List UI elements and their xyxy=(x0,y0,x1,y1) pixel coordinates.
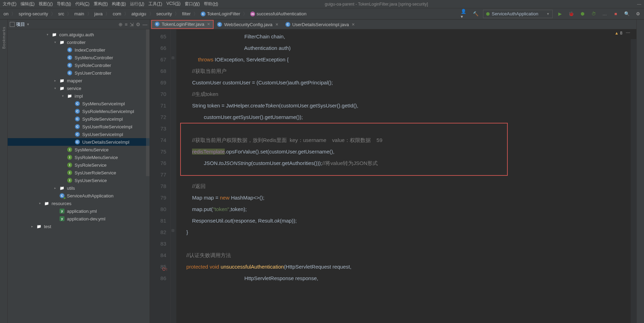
tree-node[interactable]: ISysMenuService xyxy=(8,146,150,153)
user-icon[interactable]: 👤▾ xyxy=(461,10,468,18)
tree-node[interactable]: CSysRoleController xyxy=(8,61,150,69)
breadcrumb-seg[interactable]: on xyxy=(2,10,10,17)
breadcrumb-seg[interactable]: filter xyxy=(181,10,192,17)
select-opened-icon[interactable]: ⊕ xyxy=(118,22,123,27)
tree-node[interactable]: CUserDetailsServiceImpl xyxy=(8,138,150,146)
attach-icon[interactable]: … xyxy=(601,10,608,18)
menu-item[interactable]: 编辑(E) xyxy=(21,1,34,7)
tree-node[interactable]: CSysRoleMenuServiceImpl xyxy=(8,107,150,115)
breadcrumb-seg[interactable]: src xyxy=(57,10,66,17)
tree-node[interactable]: CSysMenuController xyxy=(8,54,150,61)
tree-node[interactable]: ▾service xyxy=(8,84,150,92)
tree-node[interactable]: ▾com.atguigu.auth xyxy=(8,31,150,38)
fold-marker[interactable]: ⊟ xyxy=(171,228,174,232)
close-icon[interactable]: ✕ xyxy=(275,22,278,27)
breadcrumb-seg[interactable]: com xyxy=(111,10,123,17)
tree-label: SysRoleService xyxy=(75,163,107,168)
tree-node[interactable]: ISysUserService xyxy=(8,176,150,184)
stop-icon[interactable]: ■ xyxy=(612,10,620,18)
code-area[interactable]: 6566676869707172737475767778798081828384… xyxy=(150,29,636,323)
tree-node[interactable]: CSysMenuServiceImpl xyxy=(8,100,150,107)
tree-node[interactable]: CSysUserRoleServiceImpl xyxy=(8,123,150,130)
menu-item[interactable]: 运行(U) xyxy=(130,1,144,7)
class-icon: C xyxy=(75,116,80,122)
breadcrumb-seg[interactable]: security xyxy=(155,10,174,17)
hammer-icon[interactable]: 🔨 xyxy=(472,10,480,18)
menu-item[interactable]: 视图(V) xyxy=(39,1,53,7)
tree-node[interactable]: yapplication.yml xyxy=(8,207,150,215)
breadcrumb-seg[interactable]: spring-security xyxy=(17,10,49,17)
editor-tab[interactable]: CUserDetailsServiceImpl.java✕ xyxy=(282,20,359,29)
menu-bar: 文件(F)编辑(E)视图(V)导航(N)代码(C)重构(R)构建(B)运行(U)… xyxy=(0,0,644,8)
menu-item[interactable]: 代码(C) xyxy=(75,1,90,7)
coverage-icon[interactable]: ⬢ xyxy=(578,10,586,18)
sidebar-title[interactable]: 项目 ▼ xyxy=(10,21,30,28)
tree-label: SysRoleMenuService xyxy=(75,155,118,160)
menu-item[interactable]: 构建(B) xyxy=(112,1,126,7)
tree-label: SysUserRoleService xyxy=(75,170,116,175)
tree-label: UserDetailsServiceImpl xyxy=(82,140,129,145)
minimize-icon[interactable]: — xyxy=(637,2,641,7)
menu-item[interactable]: 窗口(W) xyxy=(185,1,200,7)
scrollbar-thumb[interactable] xyxy=(146,29,150,176)
breadcrumb-seg[interactable]: main xyxy=(73,10,85,17)
profile-icon[interactable]: ⏱ xyxy=(590,10,597,18)
breadcrumb-seg[interactable]: java xyxy=(93,10,104,17)
breadcrumb-seg[interactable]: atguigu xyxy=(130,10,148,17)
tree-node[interactable]: ▾impl xyxy=(8,92,150,100)
collapse-all-icon[interactable]: ⇲ xyxy=(130,22,134,27)
tree-node[interactable]: CSysRoleServiceImpl xyxy=(8,115,150,123)
folder-icon xyxy=(59,185,65,191)
menu-item[interactable]: 重构(R) xyxy=(94,1,108,7)
tree-node[interactable]: ▸test xyxy=(8,223,150,230)
tree-label: SysUserController xyxy=(75,70,111,76)
tree-node[interactable]: ▸mapper xyxy=(8,77,150,84)
run-icon[interactable]: ▶ xyxy=(556,10,564,18)
tree-node[interactable]: ▾controller xyxy=(8,38,150,46)
tree-node[interactable]: yapplication-dev.yml xyxy=(8,215,150,223)
tree-node[interactable]: CIndexController xyxy=(8,46,150,54)
settings-icon[interactable]: ⚙ xyxy=(634,10,642,18)
debug-icon[interactable]: 🐞 xyxy=(567,10,575,18)
interface-icon: I xyxy=(67,170,72,175)
tree-label: SysMenuService xyxy=(75,147,109,152)
editor-tab[interactable]: CTokenLoginFilter.java✕ xyxy=(151,20,214,29)
menu-item[interactable]: 工具(T) xyxy=(148,1,162,7)
hide-icon[interactable]: — xyxy=(143,22,147,27)
bookmarks-tab[interactable]: Bookmarks xyxy=(2,27,6,49)
window-title: guigu-oa-parent - TokenLoginFilter.java … xyxy=(325,2,428,7)
run-config-selector[interactable]: ServiceAuthApplication ▼ xyxy=(483,10,553,18)
tree-node[interactable]: ▸utils xyxy=(8,184,150,192)
tree-node[interactable]: CSysUserController xyxy=(8,69,150,77)
close-icon[interactable]: ✕ xyxy=(352,22,355,27)
project-tree[interactable]: ▾com.atguigu.auth▾controllerCIndexContro… xyxy=(8,29,150,323)
menu-item[interactable]: VCS(S) xyxy=(166,1,181,7)
class-icon: C▶ xyxy=(59,193,65,198)
class-icon: C xyxy=(67,55,72,60)
menu-item[interactable]: 文件(F) xyxy=(3,1,16,7)
tree-node[interactable]: ISysUserRoleService xyxy=(8,169,150,176)
code-content[interactable]: FilterChain chain, Authentication auth) … xyxy=(176,29,636,323)
tree-node[interactable]: ISysRoleMenuService xyxy=(8,153,150,161)
menu-item[interactable]: 帮助(H) xyxy=(204,1,218,7)
search-icon[interactable]: 🔍 xyxy=(623,10,631,18)
editor-tab[interactable]: CWebSecurityConfig.java✕ xyxy=(214,20,282,29)
tree-node[interactable]: C▶ServiceAuthApplication xyxy=(8,192,150,200)
menu-item[interactable]: 导航(N) xyxy=(57,1,71,7)
tree-label: impl xyxy=(75,93,83,99)
gear-icon[interactable]: ⚙ xyxy=(136,22,140,27)
expand-all-icon[interactable]: ≡ xyxy=(125,22,128,27)
breadcrumb-method[interactable]: msuccessfulAuthentication xyxy=(249,10,308,17)
fold-marker[interactable]: ⊟ xyxy=(171,56,174,60)
close-icon[interactable]: ✕ xyxy=(207,22,210,27)
folder-icon xyxy=(59,39,65,45)
tree-node[interactable]: ▾resources xyxy=(8,200,150,207)
tab-label: WebSecurityConfig.java xyxy=(224,22,273,27)
tree-node[interactable]: ISysRoleService xyxy=(8,161,150,169)
line-gutter: 6566676869707172737475767778798081828384… xyxy=(150,29,171,323)
tree-node[interactable]: CSysUserServiceImpl xyxy=(8,130,150,138)
fold-gutter[interactable]: ⊟⊟ xyxy=(171,29,176,323)
class-icon: C xyxy=(201,12,206,16)
error-stripe[interactable] xyxy=(631,39,636,323)
breadcrumb-class[interactable]: CTokenLoginFilter xyxy=(199,10,242,17)
